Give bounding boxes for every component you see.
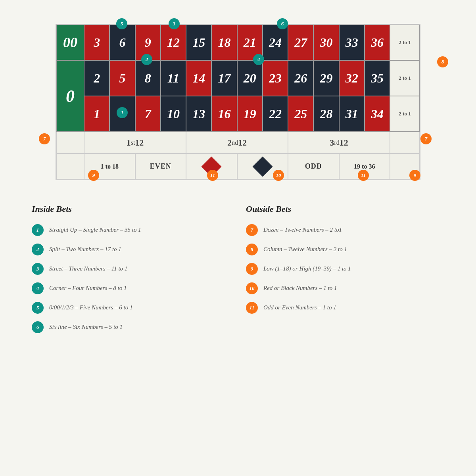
cell-17[interactable]: 17: [211, 60, 237, 96]
cell-6[interactable]: 6: [109, 25, 135, 60]
cell-29[interactable]: 29: [313, 60, 339, 96]
bet-odd[interactable]: ODD: [288, 154, 339, 179]
column-bet-section: 2 to 1 2 to 1 2 to 1: [390, 25, 420, 132]
cell-12[interactable]: 12: [161, 25, 186, 60]
badge-11-orange-right: 11: [358, 170, 369, 181]
badge-1-teal: 1: [117, 107, 128, 118]
legend-text-2: Split – Two Numbers – 17 to 1: [49, 243, 121, 254]
cell-28[interactable]: 28: [313, 96, 339, 132]
badge-3-teal: 3: [169, 18, 180, 29]
legend-badge-3: 3: [32, 263, 44, 275]
cell-3[interactable]: 3: [84, 25, 109, 60]
outside-bets-column: Outside Bets 7 Dozen – Twelve Numbers – …: [246, 204, 444, 340]
legend-item-10: 10 Red or Black Numbers – 1 to 1: [246, 282, 444, 294]
dozen-row: 1st 12 2nd 12 3rd 12: [56, 132, 420, 154]
cell-23[interactable]: 23: [263, 60, 288, 96]
legend-badge-7: 7: [246, 224, 258, 236]
dozen-1st[interactable]: 1st 12: [84, 132, 186, 154]
badge-4-teal: 4: [253, 54, 264, 65]
legend-section: Inside Bets 1 Straight Up – Single Numbe…: [32, 204, 444, 340]
badge-9-orange-right: 9: [409, 170, 420, 181]
legend-item-8: 8 Column – Twelve Numbers – 2 to 1: [246, 243, 444, 255]
legend-text-5: 0/00/1/2/3 – Five Numbers – 6 to 1: [49, 301, 132, 312]
cell-22[interactable]: 22: [263, 96, 288, 132]
legend-badge-11: 11: [246, 302, 258, 314]
legend-badge-8: 8: [246, 244, 258, 255]
legend-badge-10: 10: [246, 282, 258, 294]
dozen-spacer2: [390, 132, 420, 154]
bet-even[interactable]: EVEN: [135, 154, 186, 179]
cell-26[interactable]: 26: [288, 60, 313, 96]
legend-badge-6: 6: [32, 321, 44, 333]
badge-2-teal: 2: [141, 54, 152, 65]
cell-30[interactable]: 30: [313, 25, 339, 60]
inside-bets-title: Inside Bets: [32, 204, 230, 214]
dozen-3rd[interactable]: 3rd 12: [288, 132, 390, 154]
cell-14[interactable]: 14: [186, 60, 211, 96]
legend-item-2: 2 Split – Two Numbers – 17 to 1: [32, 243, 230, 255]
badge-10-orange: 10: [273, 170, 284, 181]
legend-text-7: Dozen – Twelve Numbers – 2 to1: [263, 224, 342, 234]
roulette-table-wrapper: 5 3 6 2 4 1 7 7 8 9 11 10 11 9 00 0: [56, 24, 420, 180]
legend-item-7: 7 Dozen – Twelve Numbers – 2 to1: [246, 224, 444, 236]
legend-text-1: Straight Up – Single Number – 35 to 1: [49, 224, 141, 234]
cell-31[interactable]: 31: [339, 96, 365, 132]
numbers-grid: 3 6 9 12 15 18 21 24 27 30 33 36 2 5 8: [84, 25, 390, 132]
outside-bets-title: Outside Bets: [246, 204, 444, 214]
legend-badge-5: 5: [32, 302, 44, 314]
cell-2[interactable]: 2: [84, 60, 109, 96]
legend-item-6: 6 Six line – Six Numbers – 5 to 1: [32, 321, 230, 333]
column-bet-bot[interactable]: 2 to 1: [390, 96, 420, 132]
cell-10[interactable]: 10: [161, 96, 186, 132]
inside-bets-column: Inside Bets 1 Straight Up – Single Numbe…: [32, 204, 230, 340]
cell-13[interactable]: 13: [186, 96, 211, 132]
badge-6-teal: 6: [277, 18, 288, 29]
legend-text-10: Red or Black Numbers – 1 to 1: [263, 282, 337, 293]
cell-19[interactable]: 19: [237, 96, 263, 132]
cell-25[interactable]: 25: [288, 96, 313, 132]
legend-text-6: Six line – Six Numbers – 5 to 1: [49, 321, 123, 332]
legend-text-9: Low (1–18) or High (19–39) – 1 to 1: [263, 263, 351, 273]
cell-36[interactable]: 36: [365, 25, 390, 60]
cell-35[interactable]: 35: [365, 60, 390, 96]
legend-text-11: Odd or Even Numbers – 1 to 1: [263, 301, 336, 312]
legend-badge-9: 9: [246, 263, 258, 275]
legend-item-4: 4 Corner – Four Numbers – 8 to 1: [32, 282, 230, 294]
cell-8[interactable]: 8: [135, 60, 161, 96]
outside-spacer: [56, 154, 84, 179]
legend-item-11: 11 Odd or Even Numbers – 1 to 1: [246, 301, 444, 314]
badge-5-teal: 5: [116, 18, 127, 29]
column-bet-top[interactable]: 2 to 1: [390, 25, 420, 60]
badge-9-orange-left: 9: [88, 170, 99, 181]
badge-7-orange-right: 7: [420, 133, 432, 144]
cell-double-zero[interactable]: 00: [56, 25, 84, 60]
legend-item-5: 5 0/00/1/2/3 – Five Numbers – 6 to 1: [32, 301, 230, 314]
cell-zero[interactable]: 0: [56, 60, 84, 132]
legend-item-3: 3 Street – Three Numbers – 11 to 1: [32, 263, 230, 275]
cell-34[interactable]: 34: [365, 96, 390, 132]
roulette-table: 00 0 3 6 9 12 15 18 21 24 27 30 33: [56, 24, 420, 180]
cell-33[interactable]: 33: [339, 25, 365, 60]
cell-24[interactable]: 24: [263, 25, 288, 60]
legend-text-8: Column – Twelve Numbers – 2 to 1: [263, 243, 347, 254]
cell-18[interactable]: 18: [211, 25, 237, 60]
legend-item-1: 1 Straight Up – Single Number – 35 to 1: [32, 224, 230, 236]
badge-7-orange-left: 7: [39, 133, 50, 144]
legend-badge-4: 4: [32, 282, 44, 294]
cell-1[interactable]: 1: [84, 96, 109, 132]
numbers-section: 00 0 3 6 9 12 15 18 21 24 27 30 33: [56, 25, 420, 132]
cell-32[interactable]: 32: [339, 60, 365, 96]
cell-15[interactable]: 15: [186, 25, 211, 60]
column-bet-mid[interactable]: 2 to 1: [390, 60, 420, 96]
dozen-2nd[interactable]: 2nd 12: [186, 132, 288, 154]
badge-8-orange: 8: [437, 56, 448, 67]
legend-text-3: Street – Three Numbers – 11 to 1: [49, 263, 127, 273]
badge-11-orange-left: 11: [207, 170, 218, 181]
cell-27[interactable]: 27: [288, 25, 313, 60]
cell-16[interactable]: 16: [211, 96, 237, 132]
cell-7[interactable]: 7: [135, 96, 161, 132]
cell-5[interactable]: 5: [109, 60, 135, 96]
main-container: 5 3 6 2 4 1 7 7 8 9 11 10 11 9 00 0: [0, 0, 476, 364]
cell-20[interactable]: 20: [237, 60, 263, 96]
cell-11[interactable]: 11: [161, 60, 186, 96]
